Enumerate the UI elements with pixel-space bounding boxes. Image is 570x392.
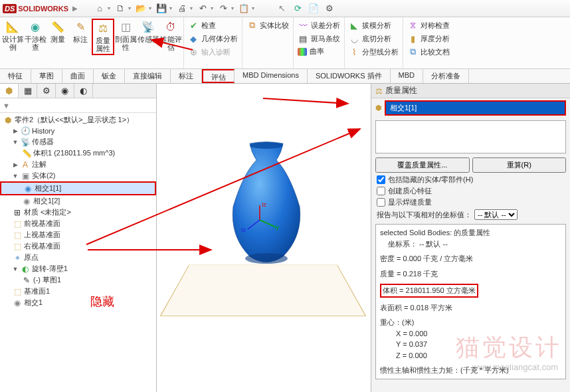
svg-text:Iy: Iy xyxy=(274,224,280,231)
chk-hidden-label: 包括隐藏的实体/零部件(H) xyxy=(388,175,473,185)
body-compare-button[interactable]: ⧉实体比较 xyxy=(244,19,292,32)
tree-origin[interactable]: ⌖原点 xyxy=(0,252,156,263)
geometry-analysis-button[interactable]: ◆几何体分析 xyxy=(185,32,240,45)
tab-directedit[interactable]: 直接编辑 xyxy=(125,69,171,83)
config-tab-icon[interactable]: ⚙ xyxy=(37,84,56,98)
chk-weld[interactable] xyxy=(377,198,385,207)
compare-doc-button[interactable]: ⧉比较文档 xyxy=(405,45,452,58)
tab-sheetmetal[interactable]: 钣金 xyxy=(94,69,125,83)
tree-plane-1[interactable]: ⬚基准面1 xyxy=(0,286,156,297)
measure-button[interactable]: 📏测量 xyxy=(47,19,69,45)
tree-top-plane[interactable]: ⬚上视基准面 xyxy=(0,229,156,241)
tab-surfaces[interactable]: 曲面 xyxy=(62,69,94,83)
tree-sketch-1[interactable]: ✎(-) 草图1 xyxy=(0,274,156,286)
tree-bodies[interactable]: ▼▣实体(2) xyxy=(0,170,156,181)
zebra-button[interactable]: ▤斑马条纹 xyxy=(295,32,343,45)
draft-button[interactable]: ◣拔模分析 xyxy=(346,19,401,32)
save-icon[interactable]: 💾 xyxy=(155,3,167,15)
performance-eval-button[interactable]: ⏱性能评估 xyxy=(159,19,182,52)
tab-markup[interactable]: 标注 xyxy=(171,69,202,83)
featuretree-tab-icon[interactable]: ⬢ xyxy=(0,84,19,98)
doc-icon[interactable]: 📄 xyxy=(308,3,320,15)
svg-text:Ix: Ix xyxy=(241,227,246,233)
tab-analysis-prep[interactable]: 分析准备 xyxy=(423,69,469,83)
symmetry-check-button[interactable]: ⧖对称检查 xyxy=(405,19,452,32)
rebuild-icon[interactable]: ⟳ xyxy=(292,3,304,15)
property-tab-icon[interactable]: ▦ xyxy=(19,84,37,98)
options-icon[interactable]: 📋 xyxy=(238,3,250,15)
results-area: selected Solid Bodies: 的质量属性 坐标系： -- 默认 … xyxy=(375,224,566,379)
tree-front-plane[interactable]: ⬚前视基准面 xyxy=(0,218,156,229)
tab-mbd-dim[interactable]: MBD Dimensions xyxy=(235,69,308,83)
tab-evaluate[interactable]: 评估 xyxy=(202,69,235,83)
coord-label: 报告与以下项相对的坐标值： xyxy=(377,210,472,220)
section-properties-button[interactable]: ◫剖面属性 xyxy=(114,19,137,52)
redo-icon[interactable]: ↷ xyxy=(217,3,229,15)
svg-text:Iz: Iz xyxy=(262,201,267,208)
recalc-button[interactable]: 重算(R) xyxy=(472,157,567,173)
mass-properties-button[interactable]: ⚖质量属性 xyxy=(92,19,114,55)
tree-root[interactable]: ⬢零件2（默认<<默认>_显示状态 1>） xyxy=(0,114,156,126)
deviation-button[interactable]: 〰误差分析 xyxy=(295,19,343,32)
override-button[interactable]: 覆盖质量属性... xyxy=(375,157,470,173)
tree-filter[interactable]: ▼ xyxy=(0,98,156,113)
undercut-button[interactable]: ◡底切分析 xyxy=(346,32,401,45)
mass-properties-title: ⚖质量属性 xyxy=(371,84,570,98)
svg-point-1 xyxy=(245,253,288,264)
settings-icon[interactable]: ⚙ xyxy=(324,3,335,15)
tree-history[interactable]: ▶🕘History xyxy=(0,126,156,136)
expand-icon[interactable]: ▶ xyxy=(72,5,78,12)
open-icon[interactable]: 📂 xyxy=(135,3,147,15)
app-logo: DSSOLIDWORKS xyxy=(3,4,68,13)
tab-mbd[interactable]: MBD xyxy=(391,69,423,83)
selection-box[interactable]: 相交1[1] xyxy=(386,102,565,114)
parting-line-button[interactable]: ⌇分型线分析 xyxy=(346,45,401,58)
tree-intersect[interactable]: ◉相交1 xyxy=(0,297,156,308)
svg-line-4 xyxy=(260,220,274,227)
select-icon[interactable]: ↖ xyxy=(276,3,288,15)
design-study-button[interactable]: 📐设计算例 xyxy=(1,19,24,52)
tree-body-1[interactable]: ◉相交1[1] xyxy=(0,181,156,195)
markup-button[interactable]: ✎标注 xyxy=(69,19,92,45)
appearance-tab-icon[interactable]: ◐ xyxy=(74,84,93,98)
part-icon: ⬢ xyxy=(375,104,382,112)
tab-addins[interactable]: SOLIDWORKS 插件 xyxy=(308,69,391,83)
chk-hidden[interactable] xyxy=(377,175,385,184)
tree-right-plane[interactable]: ⬚右视基准面 xyxy=(0,241,156,252)
chk-weld-label: 显示焊缝质量 xyxy=(388,197,432,207)
ground-plane xyxy=(160,265,366,316)
home-icon[interactable]: ⌂ xyxy=(94,3,106,15)
display-tab-icon[interactable]: ◉ xyxy=(56,84,74,98)
thickness-button[interactable]: ▮厚度分析 xyxy=(405,32,452,45)
coord-select[interactable]: -- 默认 -- xyxy=(474,209,518,220)
tree-body-2[interactable]: ◉相交1[2] xyxy=(0,195,156,207)
selection-list[interactable] xyxy=(375,120,566,153)
tree-sensors[interactable]: ▼📡传感器 xyxy=(0,136,156,147)
model-viewport[interactable]: Iz Iy Ix xyxy=(157,84,371,392)
svg-point-0 xyxy=(250,142,283,149)
interference-button[interactable]: ◉干涉检查 xyxy=(24,19,47,52)
tree-annotations[interactable]: ▶A注解 xyxy=(0,159,156,170)
origin-axis: Iz Iy Ix xyxy=(260,220,293,254)
chk-com-label: 创建质心特征 xyxy=(388,186,432,196)
chk-com[interactable] xyxy=(377,187,385,195)
tree-sensor-volume[interactable]: 📏体积1 (218011.95 mm^3) xyxy=(0,147,156,159)
check-button[interactable]: ✔检查 xyxy=(185,19,240,32)
undo-icon[interactable]: ↶ xyxy=(197,3,209,15)
tab-features[interactable]: 特征 xyxy=(0,69,31,83)
volume-result: 体积 = 218011.950 立方毫米 xyxy=(380,284,478,298)
tab-sketch[interactable]: 草图 xyxy=(31,69,62,83)
tree-material[interactable]: ⊞材质 <未指定> xyxy=(0,207,156,218)
print-icon[interactable]: 🖨 xyxy=(176,3,188,15)
curvature-button[interactable]: 曲率 xyxy=(295,45,343,58)
sensor-button[interactable]: 📡传感器 xyxy=(137,19,159,45)
new-icon[interactable]: 🗋 xyxy=(114,3,126,15)
import-diagnostics-button[interactable]: ⊕输入诊断 xyxy=(185,45,240,58)
tree-revolve[interactable]: ▼◐旋转-薄壁1 xyxy=(0,263,156,274)
